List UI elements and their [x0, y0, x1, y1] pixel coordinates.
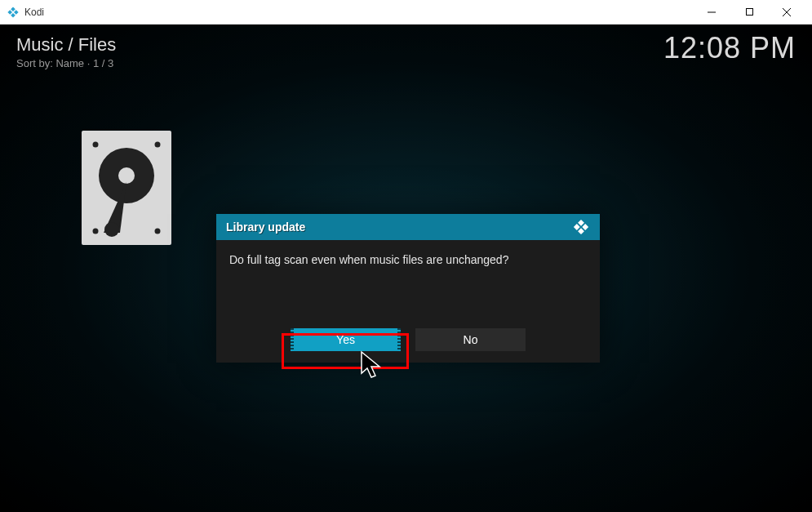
window-controls [693, 0, 805, 24]
hard-disk-icon[interactable] [82, 131, 171, 245]
svg-point-16 [104, 222, 119, 237]
app-body: Music / Files Sort by: Name · 1 / 3 12:0… [0, 24, 812, 512]
svg-point-10 [155, 142, 161, 148]
maximize-button[interactable] [730, 0, 768, 24]
library-update-dialog: Library update Do full tag scan even whe… [216, 214, 600, 363]
app-window: Kodi Music / Files Sort by: Name · 1 / 3… [0, 0, 812, 512]
titlebar: Kodi [0, 0, 812, 24]
breadcrumb: Music / Files Sort by: Name · 1 / 3 [16, 34, 116, 69]
svg-rect-17 [578, 220, 584, 226]
svg-rect-19 [574, 224, 580, 230]
window-title: Kodi [24, 7, 44, 18]
svg-point-9 [93, 142, 99, 148]
svg-rect-0 [11, 7, 16, 11]
no-button[interactable]: No [415, 328, 526, 351]
kodi-logo-icon [7, 6, 20, 19]
svg-point-11 [93, 229, 99, 234]
dialog-title: Library update [226, 220, 305, 234]
svg-point-14 [118, 167, 135, 184]
clock: 12:08 PM [663, 31, 796, 65]
svg-rect-2 [7, 10, 12, 15]
dialog-body: Do full tag scan even when music files a… [216, 240, 600, 363]
dialog-message: Do full tag scan even when music files a… [229, 253, 587, 266]
svg-rect-3 [11, 12, 16, 17]
sort-info: Sort by: Name · 1 / 3 [16, 57, 116, 69]
close-button[interactable] [768, 0, 805, 24]
breadcrumb-path: Music / Files [16, 34, 116, 56]
svg-rect-5 [746, 9, 752, 16]
yes-button[interactable]: Yes [291, 328, 401, 351]
svg-point-12 [155, 229, 161, 234]
dialog-header: Library update [216, 214, 600, 240]
dialog-buttons: Yes No [216, 328, 600, 351]
svg-rect-1 [14, 10, 19, 15]
minimize-button[interactable] [693, 0, 730, 24]
svg-rect-20 [578, 228, 584, 234]
svg-rect-18 [582, 224, 588, 230]
kodi-logo-icon [572, 218, 590, 236]
